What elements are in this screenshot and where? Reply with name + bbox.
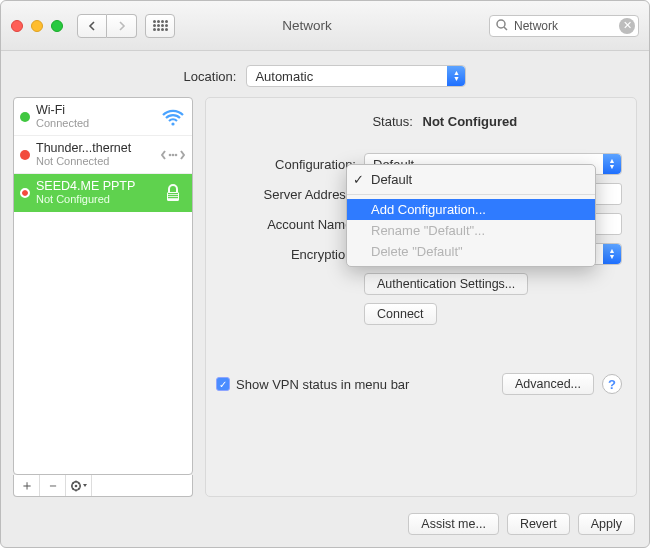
window-title: Network bbox=[155, 18, 459, 33]
close-button[interactable] bbox=[11, 20, 23, 32]
service-list-footer: ＋ － bbox=[13, 475, 193, 497]
clear-search-button[interactable]: ✕ bbox=[619, 18, 635, 34]
service-list: Wi-Fi Connected bbox=[13, 97, 193, 475]
configuration-label: Configuration: bbox=[216, 157, 356, 172]
svg-line-1 bbox=[504, 27, 507, 30]
apply-button[interactable]: Apply bbox=[578, 513, 635, 535]
status-label: Status: bbox=[321, 114, 413, 129]
service-sidebar: Wi-Fi Connected bbox=[13, 97, 193, 497]
remove-service-button[interactable]: － bbox=[40, 475, 66, 496]
service-name: SEED4.ME PPTP bbox=[36, 180, 154, 193]
wifi-icon bbox=[160, 107, 186, 127]
configuration-menu: ✓ Default Add Configuration... Rename "D… bbox=[346, 164, 596, 267]
toolbar: Network ✕ bbox=[1, 1, 649, 51]
status-dot-icon bbox=[20, 150, 30, 160]
search-field[interactable]: ✕ bbox=[489, 15, 639, 37]
account-name-label: Account Name: bbox=[216, 217, 356, 232]
search-icon bbox=[495, 18, 509, 32]
action-bar: Assist me... Revert Apply bbox=[1, 505, 649, 547]
svg-rect-8 bbox=[168, 195, 178, 196]
minimize-button[interactable] bbox=[31, 20, 43, 32]
show-status-row: ✓ Show VPN status in menu bar Advanced..… bbox=[216, 373, 622, 395]
popup-arrows-icon: ▲▼ bbox=[603, 244, 621, 264]
svg-point-0 bbox=[497, 20, 505, 28]
show-status-checkbox[interactable]: ✓ bbox=[216, 377, 230, 391]
location-value: Automatic bbox=[255, 69, 313, 84]
forward-button[interactable] bbox=[107, 14, 137, 38]
svg-point-4 bbox=[172, 153, 175, 156]
location-label: Location: bbox=[184, 69, 237, 84]
menu-item-add-configuration[interactable]: Add Configuration... bbox=[347, 199, 595, 220]
svg-rect-7 bbox=[168, 193, 178, 194]
status-dot-icon bbox=[20, 188, 30, 198]
status-row: Status: Not Configured bbox=[216, 114, 622, 129]
server-address-label: Server Address: bbox=[216, 187, 356, 202]
service-item-vpn[interactable]: SEED4.ME PPTP Not Configured bbox=[14, 174, 192, 212]
service-status: Not Connected bbox=[36, 155, 154, 168]
location-popup[interactable]: Automatic ▲▼ bbox=[246, 65, 466, 87]
service-item-thunderbolt[interactable]: Thunder...thernet Not Connected bbox=[14, 136, 192, 174]
svg-rect-9 bbox=[168, 197, 178, 198]
encryption-label: Encryption: bbox=[216, 247, 356, 262]
service-name: Thunder...thernet bbox=[36, 142, 154, 155]
location-row: Location: Automatic ▲▼ bbox=[1, 51, 649, 97]
service-actions-button[interactable] bbox=[66, 475, 92, 496]
add-service-button[interactable]: ＋ bbox=[14, 475, 40, 496]
connect-button[interactable]: Connect bbox=[364, 303, 437, 325]
back-button[interactable] bbox=[77, 14, 107, 38]
service-item-wifi[interactable]: Wi-Fi Connected bbox=[14, 98, 192, 136]
vpn-lock-icon bbox=[160, 183, 186, 203]
service-status: Not Configured bbox=[36, 193, 154, 206]
search-input[interactable] bbox=[489, 15, 639, 37]
menu-item-rename: Rename "Default"... bbox=[347, 220, 595, 241]
content-area: Wi-Fi Connected bbox=[1, 97, 649, 505]
network-prefs-window: Network ✕ Location: Automatic ▲▼ Wi-Fi bbox=[0, 0, 650, 548]
menu-separator bbox=[347, 194, 595, 195]
auth-settings-button[interactable]: Authentication Settings... bbox=[364, 273, 528, 295]
svg-point-2 bbox=[171, 122, 174, 125]
svg-point-11 bbox=[74, 484, 77, 487]
status-value: Not Configured bbox=[423, 114, 518, 129]
advanced-button[interactable]: Advanced... bbox=[502, 373, 594, 395]
menu-item-default[interactable]: ✓ Default bbox=[347, 169, 595, 190]
service-detail-panel: Status: Not Configured Configuration: De… bbox=[205, 97, 637, 497]
zoom-button[interactable] bbox=[51, 20, 63, 32]
service-status: Connected bbox=[36, 117, 154, 130]
service-name: Wi-Fi bbox=[36, 104, 154, 117]
revert-button[interactable]: Revert bbox=[507, 513, 570, 535]
show-status-label: Show VPN status in menu bar bbox=[236, 377, 409, 392]
popup-arrows-icon: ▲▼ bbox=[447, 66, 465, 86]
assist-me-button[interactable]: Assist me... bbox=[408, 513, 499, 535]
back-forward-group bbox=[77, 14, 137, 38]
window-controls bbox=[11, 20, 63, 32]
ethernet-icon bbox=[160, 145, 186, 165]
menu-item-delete: Delete "Default" bbox=[347, 241, 595, 262]
svg-point-3 bbox=[169, 153, 172, 156]
status-dot-icon bbox=[20, 112, 30, 122]
check-icon: ✓ bbox=[353, 172, 364, 187]
svg-point-5 bbox=[175, 153, 178, 156]
help-button[interactable]: ? bbox=[602, 374, 622, 394]
popup-arrows-icon: ▲▼ bbox=[603, 154, 621, 174]
